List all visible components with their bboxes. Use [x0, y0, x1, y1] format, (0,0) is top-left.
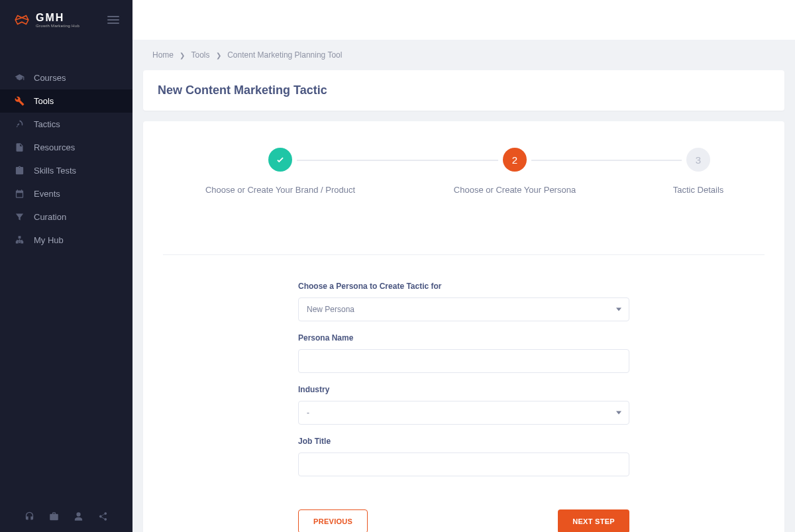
- sidebar-item-skills-tests[interactable]: Skills Tests: [0, 159, 132, 182]
- sidebar-item-curation[interactable]: Curation: [0, 205, 132, 229]
- sidebar-item-label: Curation: [34, 212, 66, 222]
- persona-name-label: Persona Name: [298, 333, 629, 343]
- wizard-steps: Choose or Create Your Brand / Product 2 …: [163, 148, 765, 195]
- sidebar-item-resources[interactable]: Resources: [0, 136, 132, 159]
- wizard-step-1: Choose or Create Your Brand / Product: [163, 148, 398, 195]
- sidebar-item-label: Tools: [34, 96, 54, 106]
- page-title-card: New Content Marketing Tactic: [143, 70, 784, 111]
- industry-label: Industry: [298, 385, 629, 394]
- share-icon[interactable]: [98, 511, 108, 521]
- step-done-circle: [268, 148, 292, 172]
- headphones-icon[interactable]: [25, 511, 34, 521]
- brand-name: GMH: [36, 12, 80, 24]
- sidebar-item-my-hub[interactable]: My Hub: [0, 229, 132, 252]
- briefcase-icon[interactable]: [49, 511, 59, 521]
- persona-form: Choose a Persona to Create Tactic for Ne…: [298, 282, 629, 532]
- step-pending-circle: 3: [686, 148, 710, 172]
- brand-tagline: Growth Marketing Hub: [36, 24, 80, 28]
- menu-toggle-button[interactable]: [107, 16, 119, 24]
- wizard-card: Choose or Create Your Brand / Product 2 …: [143, 121, 784, 532]
- svg-rect-3: [22, 241, 24, 243]
- sidebar-item-label: Skills Tests: [34, 166, 76, 176]
- step-active-circle: 2: [503, 148, 527, 172]
- persona-select[interactable]: New Persona: [298, 297, 629, 321]
- sidebar-item-tactics[interactable]: Tactics: [0, 113, 132, 136]
- chevron-right-icon: ❯: [216, 52, 221, 59]
- wizard-step-2: 2 Choose or Create Your Persona: [398, 148, 632, 195]
- job-title-label: Job Title: [298, 437, 629, 446]
- sidebar-item-label: Resources: [34, 142, 75, 152]
- sidebar-item-label: Events: [34, 189, 60, 199]
- job-title-input[interactable]: [298, 452, 629, 476]
- funnel-icon: [15, 212, 25, 222]
- persona-name-input[interactable]: [298, 349, 629, 373]
- chevron-right-icon: ❯: [180, 52, 185, 59]
- step-label: Choose or Create Your Brand / Product: [205, 185, 355, 195]
- calendar-icon: [15, 189, 25, 199]
- breadcrumb: Home ❯ Tools ❯ Content Marketing Plannin…: [132, 40, 795, 70]
- wizard-step-3: 3 Tactic Details: [632, 148, 765, 195]
- logo-icon: [13, 13, 30, 27]
- previous-button[interactable]: PREVIOUS: [298, 509, 368, 532]
- user-icon[interactable]: [74, 511, 83, 521]
- sidebar-footer: [0, 501, 132, 532]
- sidebar: GMH Growth Marketing Hub Courses Tools T…: [0, 0, 132, 532]
- sidebar-item-label: My Hub: [34, 235, 64, 245]
- sidebar-nav: Courses Tools Tactics Resources Skills T…: [0, 40, 132, 501]
- sidebar-item-tools[interactable]: Tools: [0, 89, 132, 113]
- sidebar-item-label: Tactics: [34, 119, 60, 129]
- step-label: Tactic Details: [673, 185, 724, 195]
- breadcrumb-home[interactable]: Home: [152, 50, 174, 60]
- tools-icon: [15, 96, 25, 106]
- svg-rect-0: [19, 237, 21, 239]
- rocket-icon: [15, 119, 25, 129]
- sidebar-item-events[interactable]: Events: [0, 182, 132, 205]
- svg-rect-2: [19, 241, 21, 243]
- persona-select-label: Choose a Persona to Create Tactic for: [298, 282, 629, 291]
- sidebar-item-label: Courses: [34, 73, 66, 83]
- main-content: Home ❯ Tools ❯ Content Marketing Plannin…: [132, 0, 795, 532]
- next-step-button[interactable]: NEXT STEP: [558, 509, 629, 532]
- breadcrumb-tools[interactable]: Tools: [191, 50, 209, 60]
- file-icon: [15, 142, 25, 152]
- clipboard-icon: [15, 166, 25, 176]
- page-title: New Content Marketing Tactic: [143, 70, 784, 111]
- sidebar-item-courses[interactable]: Courses: [0, 66, 132, 89]
- brand-logo[interactable]: GMH Growth Marketing Hub: [13, 12, 80, 28]
- step-label: Choose or Create Your Persona: [454, 185, 576, 195]
- svg-rect-1: [16, 241, 18, 243]
- sidebar-header: GMH Growth Marketing Hub: [0, 0, 132, 40]
- check-icon: [276, 155, 285, 164]
- industry-select[interactable]: -: [298, 401, 629, 425]
- breadcrumb-current: Content Marketing Planning Tool: [227, 50, 342, 60]
- graduation-icon: [15, 73, 25, 83]
- sitemap-icon: [15, 235, 25, 245]
- topbar: [132, 0, 795, 40]
